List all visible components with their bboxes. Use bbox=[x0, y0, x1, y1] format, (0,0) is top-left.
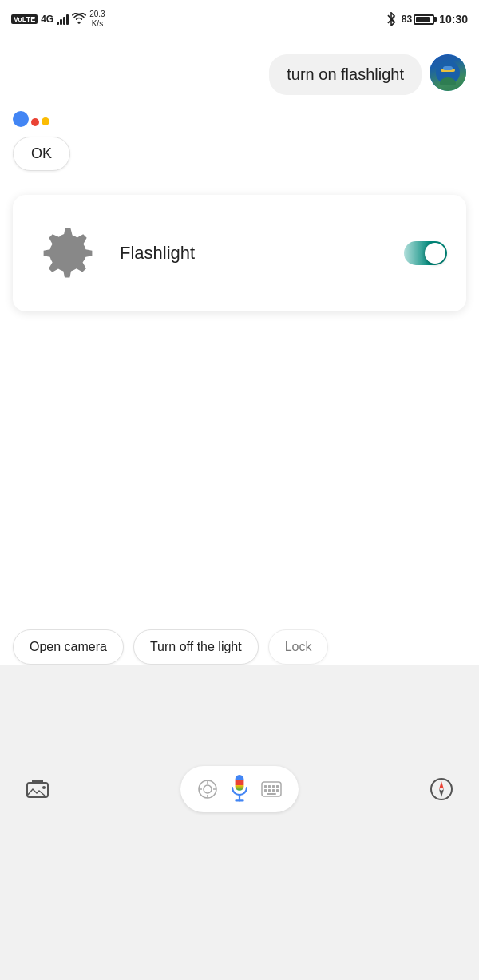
flashlight-card: Flashlight bbox=[13, 195, 466, 311]
status-bar: VoLTE 4G 20.3 K/s bbox=[0, 0, 479, 38]
dot-yellow bbox=[42, 117, 49, 125]
suggestion-chip-2[interactable]: Lock bbox=[268, 629, 329, 665]
svg-rect-12 bbox=[236, 775, 244, 791]
signal-bars bbox=[57, 14, 69, 25]
svg-rect-23 bbox=[276, 789, 279, 792]
mic-button-area[interactable] bbox=[180, 766, 299, 812]
volte-badge: VoLTE bbox=[11, 14, 38, 24]
user-message-row: turn on flashlight bbox=[13, 54, 466, 95]
mic-icon-btn[interactable] bbox=[222, 772, 257, 807]
svg-rect-22 bbox=[272, 789, 275, 792]
svg-rect-19 bbox=[276, 785, 279, 788]
svg-rect-17 bbox=[268, 785, 271, 788]
avatar-image bbox=[436, 61, 460, 85]
bottom-bar bbox=[0, 665, 479, 821]
bluetooth-icon bbox=[386, 12, 397, 26]
svg-rect-3 bbox=[443, 66, 453, 70]
svg-rect-21 bbox=[268, 789, 271, 792]
gear-icon-wrap bbox=[32, 217, 104, 289]
svg-rect-16 bbox=[264, 785, 267, 788]
keyboard-icon bbox=[261, 781, 282, 797]
compass-icon bbox=[429, 776, 454, 802]
svg-rect-20 bbox=[264, 789, 267, 792]
status-right: 83 10:30 bbox=[386, 12, 468, 26]
data-speed: 20.3 K/s bbox=[89, 10, 105, 29]
main-content: turn on flashlight O bbox=[0, 38, 479, 821]
svg-marker-27 bbox=[439, 789, 444, 797]
keyboard-icon-btn[interactable] bbox=[257, 775, 286, 803]
snapshot-icon bbox=[25, 776, 50, 802]
flashlight-label: Flashlight bbox=[120, 243, 388, 264]
network-type: 4G bbox=[41, 14, 53, 25]
suggestion-chip-1[interactable]: Turn off the light bbox=[133, 629, 259, 665]
dot-blue bbox=[13, 111, 29, 127]
lens-icon bbox=[197, 779, 218, 799]
assistant-ok-bubble: OK bbox=[13, 137, 70, 171]
battery-container: 83 bbox=[402, 14, 434, 25]
lens-icon-btn[interactable] bbox=[193, 775, 222, 803]
svg-rect-18 bbox=[272, 785, 275, 788]
wifi-icon bbox=[72, 13, 86, 26]
suggestion-chip-0[interactable]: Open camera bbox=[13, 629, 124, 665]
gear-icon bbox=[36, 221, 100, 285]
svg-rect-24 bbox=[267, 793, 276, 795]
snapshot-icon-btn[interactable] bbox=[19, 771, 56, 807]
battery-box bbox=[414, 14, 434, 25]
time-display: 10:30 bbox=[439, 13, 468, 26]
svg-point-5 bbox=[42, 786, 46, 789]
toggle-thumb bbox=[425, 243, 445, 264]
user-message-bubble: turn on flashlight bbox=[269, 54, 422, 95]
battery-percent: 83 bbox=[402, 14, 412, 25]
mic-icon bbox=[228, 775, 251, 803]
suggestions-area: Open camera Turn off the light Lock bbox=[0, 629, 479, 665]
compass-icon-btn[interactable] bbox=[423, 771, 460, 807]
svg-marker-26 bbox=[439, 781, 444, 789]
svg-point-7 bbox=[204, 785, 212, 793]
dot-red bbox=[31, 118, 39, 126]
user-avatar bbox=[430, 54, 466, 91]
input-bar bbox=[0, 757, 479, 821]
assistant-row: OK bbox=[13, 111, 466, 171]
flashlight-toggle[interactable] bbox=[404, 241, 447, 265]
chat-area: turn on flashlight O bbox=[0, 38, 479, 179]
status-left: VoLTE 4G 20.3 K/s bbox=[11, 10, 105, 29]
google-dots bbox=[13, 111, 49, 127]
battery-fill bbox=[416, 17, 430, 22]
